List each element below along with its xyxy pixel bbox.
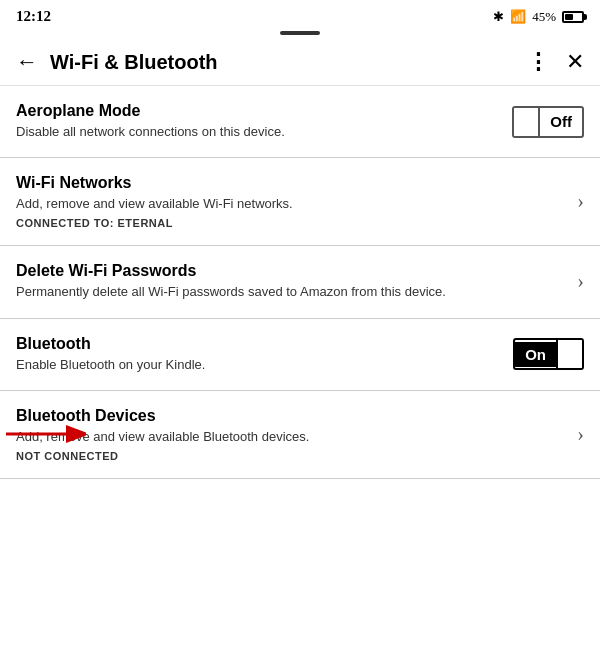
row-subtitle-delete-wifi-passwords: Permanently delete all Wi-Fi passwords s… bbox=[16, 283, 565, 301]
row-content-delete-wifi-passwords: Delete Wi-Fi Passwords Permanently delet… bbox=[16, 262, 565, 301]
settings-list: Aeroplane Mode Disable all network conne… bbox=[0, 86, 600, 479]
settings-row-aeroplane-mode[interactable]: Aeroplane Mode Disable all network conne… bbox=[0, 86, 600, 158]
toggle-label-off: Off bbox=[540, 109, 582, 134]
chevron-icon: › bbox=[577, 423, 584, 446]
toggle-label-on: On bbox=[515, 342, 556, 367]
row-subtitle-bluetooth-devices: Add, remove and view available Bluetooth… bbox=[16, 428, 565, 446]
status-icons: ✱ 📶 45% bbox=[493, 9, 584, 25]
bluetooth-status-icon: ✱ bbox=[493, 9, 504, 25]
settings-row-bluetooth[interactable]: Bluetooth Enable Bluetooth on your Kindl… bbox=[0, 319, 600, 391]
header: ← Wi-Fi & Bluetooth ⋮ ✕ bbox=[0, 39, 600, 86]
row-subtitle-wifi-networks: Add, remove and view available Wi-Fi net… bbox=[16, 195, 565, 213]
row-right-bluetooth-devices: › bbox=[577, 423, 584, 446]
battery-percentage: 45% bbox=[532, 9, 556, 25]
row-subtitle-aeroplane-mode: Disable all network connections on this … bbox=[16, 123, 500, 141]
toggle-aeroplane-mode[interactable]: Off bbox=[512, 106, 584, 138]
swipe-indicator bbox=[0, 29, 600, 39]
close-button[interactable]: ✕ bbox=[566, 49, 584, 75]
row-subtitle-bluetooth: Enable Bluetooth on your Kindle. bbox=[16, 356, 501, 374]
row-title-delete-wifi-passwords: Delete Wi-Fi Passwords bbox=[16, 262, 565, 280]
toggle-thumb bbox=[556, 340, 582, 368]
wifi-status-icon: 📶 bbox=[510, 9, 526, 25]
row-right-delete-wifi-passwords: › bbox=[577, 270, 584, 293]
settings-row-wifi-networks[interactable]: Wi-Fi Networks Add, remove and view avai… bbox=[0, 158, 600, 246]
toggle-bluetooth[interactable]: On bbox=[513, 338, 584, 370]
red-arrow-annotation bbox=[6, 414, 86, 454]
chevron-icon: › bbox=[577, 190, 584, 213]
row-title-aeroplane-mode: Aeroplane Mode bbox=[16, 102, 500, 120]
row-right-bluetooth: On bbox=[513, 338, 584, 370]
chevron-icon: › bbox=[577, 270, 584, 293]
row-tag: CONNECTED TO: ETERNAL bbox=[16, 217, 565, 229]
row-content-bluetooth: Bluetooth Enable Bluetooth on your Kindl… bbox=[16, 335, 501, 374]
row-tag: NOT CONNECTED bbox=[16, 450, 565, 462]
row-right-aeroplane-mode: Off bbox=[512, 106, 584, 138]
row-content-bluetooth-devices: Bluetooth Devices Add, remove and view a… bbox=[16, 407, 565, 462]
status-bar: 12:12 ✱ 📶 45% bbox=[0, 0, 600, 29]
swipe-line bbox=[280, 31, 320, 35]
row-content-aeroplane-mode: Aeroplane Mode Disable all network conne… bbox=[16, 102, 500, 141]
toggle-thumb bbox=[514, 108, 540, 136]
settings-row-delete-wifi-passwords[interactable]: Delete Wi-Fi Passwords Permanently delet… bbox=[0, 246, 600, 318]
back-button[interactable]: ← bbox=[16, 49, 38, 75]
status-time: 12:12 bbox=[16, 8, 51, 25]
row-title-wifi-networks: Wi-Fi Networks bbox=[16, 174, 565, 192]
row-right-wifi-networks: › bbox=[577, 190, 584, 213]
menu-button[interactable]: ⋮ bbox=[527, 49, 550, 75]
row-title-bluetooth-devices: Bluetooth Devices bbox=[16, 407, 565, 425]
row-content-wifi-networks: Wi-Fi Networks Add, remove and view avai… bbox=[16, 174, 565, 229]
page-title: Wi-Fi & Bluetooth bbox=[50, 51, 527, 74]
battery-icon bbox=[562, 11, 584, 23]
row-title-bluetooth: Bluetooth bbox=[16, 335, 501, 353]
settings-row-bluetooth-devices[interactable]: Bluetooth Devices Add, remove and view a… bbox=[0, 391, 600, 479]
